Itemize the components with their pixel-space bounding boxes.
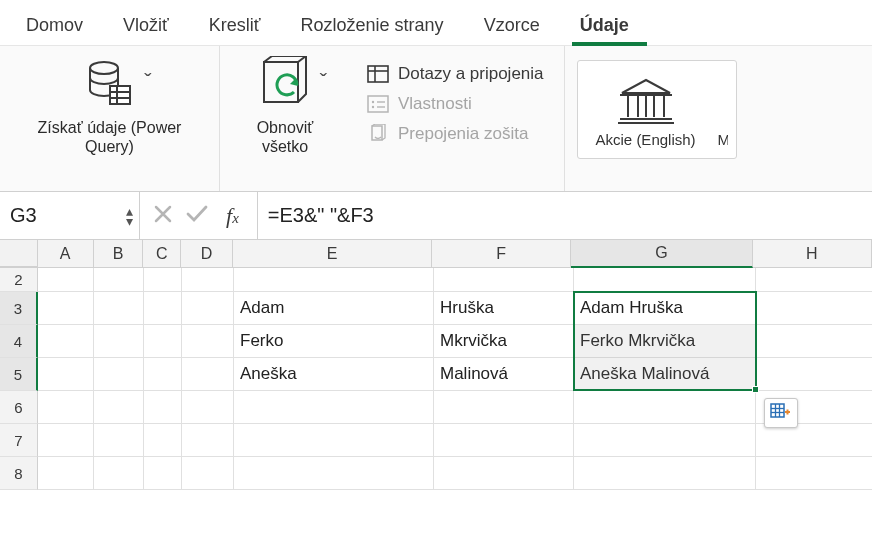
workbook-links-button[interactable]: Prepojenia zošita <box>366 124 544 144</box>
row-header-3[interactable]: 3 <box>0 292 38 325</box>
cell-E2[interactable] <box>234 268 434 292</box>
cell-C7[interactable] <box>144 424 182 457</box>
cell-A3[interactable] <box>38 292 94 325</box>
cell-E4[interactable]: Ferko <box>234 325 434 358</box>
insert-function-button[interactable]: fx <box>222 203 247 229</box>
refresh-all-button[interactable]: ˇ <box>257 54 313 114</box>
cell-E5[interactable]: Aneška <box>234 358 434 391</box>
cell-D2[interactable] <box>182 268 234 292</box>
cell-B4[interactable] <box>94 325 144 358</box>
cell-C6[interactable] <box>144 391 182 424</box>
chevron-down-icon: ˇ <box>320 76 327 88</box>
cell-B2[interactable] <box>94 268 144 292</box>
cell-D7[interactable] <box>182 424 234 457</box>
queries-connections-button[interactable]: Dotazy a pripojenia <box>366 64 544 84</box>
row-header-4[interactable]: 4 <box>0 325 38 358</box>
cell-G4[interactable]: Ferko Mkrvička <box>574 325 756 358</box>
col-header-C[interactable]: C <box>143 240 181 267</box>
cell-A8[interactable] <box>38 457 94 490</box>
name-box[interactable]: G3 ▴ ▾ <box>0 192 140 239</box>
tab-formulas[interactable]: Vzorce <box>466 9 558 45</box>
maps-data-type-button[interactable]: Me <box>718 71 728 148</box>
cell-G8[interactable] <box>574 457 756 490</box>
cell-H4[interactable] <box>756 325 872 358</box>
cell-A4[interactable] <box>38 325 94 358</box>
formula-text: =E3&" "&F3 <box>268 204 374 227</box>
cell-B8[interactable] <box>94 457 144 490</box>
cell-B5[interactable] <box>94 358 144 391</box>
cell-D3[interactable] <box>182 292 234 325</box>
cell-A5[interactable] <box>38 358 94 391</box>
properties-button[interactable]: Vlastnosti <box>366 94 544 114</box>
tab-draw[interactable]: Kresliť <box>191 9 279 45</box>
cell-E6[interactable] <box>234 391 434 424</box>
formula-input[interactable]: =E3&" "&F3 <box>258 204 872 227</box>
properties-label: Vlastnosti <box>398 94 472 114</box>
col-header-H[interactable]: H <box>753 240 872 267</box>
row-header-6[interactable]: 6 <box>0 391 38 424</box>
cell-E7[interactable] <box>234 424 434 457</box>
cell-A7[interactable] <box>38 424 94 457</box>
cell-D6[interactable] <box>182 391 234 424</box>
accept-formula-button[interactable] <box>186 203 208 229</box>
cell-B6[interactable] <box>94 391 144 424</box>
cell-C4[interactable] <box>144 325 182 358</box>
row-header-5[interactable]: 5 <box>0 358 38 391</box>
svg-point-0 <box>90 62 118 74</box>
cell-G3[interactable]: Adam Hruška <box>574 292 756 325</box>
cell-F2[interactable] <box>434 268 574 292</box>
col-header-B[interactable]: B <box>94 240 144 267</box>
select-all-corner[interactable] <box>0 240 38 267</box>
spreadsheet-grid[interactable]: A B C D E F G H 2 3 4 5 6 7 8 <box>0 240 872 490</box>
row-header-8[interactable]: 8 <box>0 457 38 490</box>
col-header-E[interactable]: E <box>233 240 432 267</box>
cell-H7[interactable] <box>756 424 872 457</box>
cell-D5[interactable] <box>182 358 234 391</box>
tab-insert[interactable]: Vložiť <box>105 9 187 45</box>
cell-A6[interactable] <box>38 391 94 424</box>
col-header-F[interactable]: F <box>432 240 571 267</box>
cell-D4[interactable] <box>182 325 234 358</box>
cell-C2[interactable] <box>144 268 182 292</box>
cell-C8[interactable] <box>144 457 182 490</box>
cell-B7[interactable] <box>94 424 144 457</box>
autofill-options-button[interactable] <box>764 398 798 428</box>
col-header-A[interactable]: A <box>38 240 94 267</box>
properties-icon <box>366 94 390 114</box>
row-header-2[interactable]: 2 <box>0 268 38 292</box>
col-header-G[interactable]: G <box>571 240 752 268</box>
tab-page-layout[interactable]: Rozloženie strany <box>283 9 462 45</box>
cell-H5[interactable] <box>756 358 872 391</box>
row-header-7[interactable]: 7 <box>0 424 38 457</box>
cancel-formula-button[interactable] <box>154 203 172 229</box>
stocks-data-type-button[interactable]: Akcie (English) <box>596 71 696 148</box>
cell-D8[interactable] <box>182 457 234 490</box>
cell-H3[interactable] <box>756 292 872 325</box>
cell-G2[interactable] <box>574 268 756 292</box>
cell-F6[interactable] <box>434 391 574 424</box>
cell-F3[interactable]: Hruška <box>434 292 574 325</box>
get-data-label: Získať údaje (Power Query) <box>12 118 207 156</box>
cell-H2[interactable] <box>756 268 872 292</box>
name-box-stepper[interactable]: ▴ ▾ <box>126 206 133 226</box>
get-data-button[interactable]: ˇ <box>82 54 138 114</box>
tab-home[interactable]: Domov <box>8 9 101 45</box>
cell-C5[interactable] <box>144 358 182 391</box>
cell-C3[interactable] <box>144 292 182 325</box>
cell-H8[interactable] <box>756 457 872 490</box>
cell-F8[interactable] <box>434 457 574 490</box>
cell-B3[interactable] <box>94 292 144 325</box>
cell-E8[interactable] <box>234 457 434 490</box>
cell-G7[interactable] <box>574 424 756 457</box>
cell-A2[interactable] <box>38 268 94 292</box>
cell-F7[interactable] <box>434 424 574 457</box>
cell-F5[interactable]: Malinová <box>434 358 574 391</box>
cell-G5[interactable]: Aneška Malinová <box>574 358 756 391</box>
col-header-D[interactable]: D <box>181 240 233 267</box>
cell-F4[interactable]: Mkrvička <box>434 325 574 358</box>
bank-icon <box>616 77 676 125</box>
formula-bar: G3 ▴ ▾ fx =E3&" "&F3 <box>0 192 872 240</box>
tab-data[interactable]: Údaje <box>562 9 647 45</box>
cell-E3[interactable]: Adam <box>234 292 434 325</box>
cell-G6[interactable] <box>574 391 756 424</box>
